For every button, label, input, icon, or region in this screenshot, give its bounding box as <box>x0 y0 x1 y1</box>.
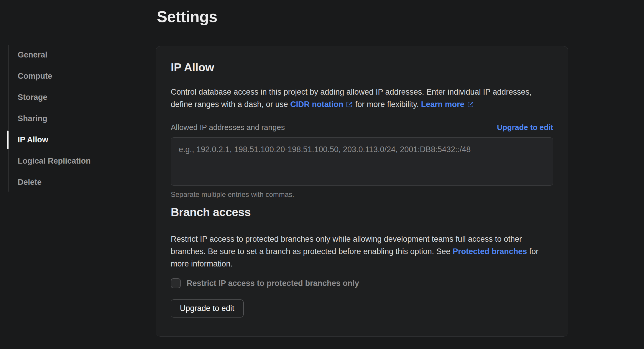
sidebar-item-label: Sharing <box>18 114 47 123</box>
sidebar-item-delete[interactable]: Delete <box>0 172 130 193</box>
textarea-helper-text: Separate multiple entries with commas. <box>171 190 553 199</box>
upgrade-to-edit-link[interactable]: Upgrade to edit <box>497 123 553 132</box>
sidebar-item-general[interactable]: General <box>0 44 130 65</box>
upgrade-to-edit-button[interactable]: Upgrade to edit <box>171 299 244 317</box>
restrict-ip-checkbox-label: Restrict IP access to protected branches… <box>187 279 359 288</box>
description-text: for more flexibility. <box>353 100 421 109</box>
branch-access-description: Restrict IP access to protected branches… <box>171 233 553 270</box>
active-item-indicator <box>7 131 9 149</box>
ip-allow-description: Control database access in this project … <box>171 86 553 111</box>
sidebar-item-label: General <box>18 50 47 60</box>
ip-allow-settings-card: IP Allow Control database access in this… <box>156 46 568 337</box>
learn-more-link[interactable]: Learn more <box>421 100 474 109</box>
settings-sidebar: General Compute Storage Sharing IP Allow… <box>0 44 130 193</box>
sidebar-item-compute[interactable]: Compute <box>0 65 130 87</box>
ip-allow-heading: IP Allow <box>171 61 553 74</box>
protected-branches-link[interactable]: Protected branches <box>453 247 527 256</box>
sidebar-item-label: IP Allow <box>18 135 48 144</box>
sidebar-item-logical-replication[interactable]: Logical Replication <box>0 150 130 172</box>
sidebar-item-storage[interactable]: Storage <box>0 87 130 108</box>
sidebar-item-label: Logical Replication <box>18 157 91 166</box>
allowed-ip-field-label: Allowed IP addresses and ranges <box>171 123 285 132</box>
branch-access-heading: Branch access <box>171 206 553 219</box>
external-link-icon <box>346 101 353 108</box>
restrict-ip-checkbox-row[interactable]: Restrict IP access to protected branches… <box>171 278 359 288</box>
allowed-ip-field-row: Allowed IP addresses and ranges Upgrade … <box>171 123 553 132</box>
sidebar-rail <box>8 45 9 192</box>
sidebar-item-label: Compute <box>18 72 52 81</box>
sidebar-item-label: Storage <box>18 93 47 102</box>
allowed-ip-textarea[interactable] <box>171 137 553 186</box>
external-link-icon <box>467 101 474 108</box>
sidebar-item-sharing[interactable]: Sharing <box>0 108 130 129</box>
page-title: Settings <box>157 8 217 26</box>
sidebar-item-ip-allow[interactable]: IP Allow <box>0 129 130 150</box>
cidr-notation-link[interactable]: CIDR notation <box>290 100 353 109</box>
restrict-ip-checkbox[interactable] <box>171 278 181 288</box>
sidebar-item-label: Delete <box>18 178 42 187</box>
settings-page: Settings General Compute Storage Sharing… <box>0 0 644 349</box>
